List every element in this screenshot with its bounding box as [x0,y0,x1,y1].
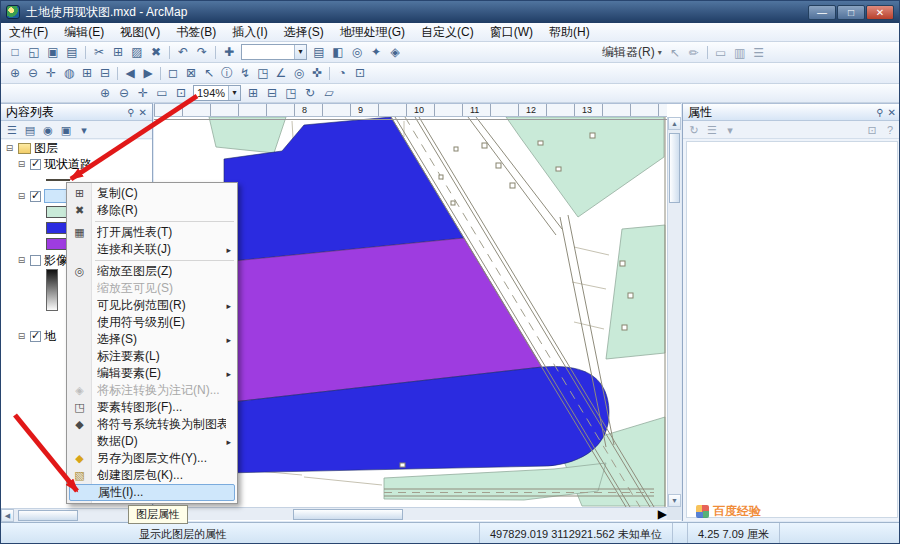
pin-icon[interactable]: ⚲ [876,107,883,118]
rp-help-icon[interactable]: ? [882,122,898,138]
map-scale-combo[interactable]: ▾ [241,44,307,60]
scroll-down-icon[interactable]: ▼ [668,494,681,507]
cut-icon[interactable]: ✂ [90,44,108,60]
collapse-icon[interactable]: ⊟ [16,331,27,341]
zoom-in-icon[interactable]: ⊕ [6,65,24,81]
close-button[interactable]: ✕ [866,5,894,20]
menu-item-use-symbol-levels[interactable]: 使用符号级别(E) ▸ [67,314,237,331]
layout-zoom-in-icon[interactable]: ⊕ [96,85,114,101]
menu-item-open-attribute-table[interactable]: ▦ 打开属性表(T) ▸ [67,224,237,241]
forward-extent-icon[interactable]: ▶ [139,65,157,81]
menu-edit[interactable]: 编辑(E) [56,22,112,43]
undo-icon[interactable]: ↶ [174,44,192,60]
menu-item-zoom-to-layer[interactable]: ◎ 缩放至图层(Z) ▸ [67,263,237,280]
data-frame-row[interactable]: ⊟ 图层 [1,140,152,156]
scroll-right-icon[interactable]: ▶ [658,507,667,521]
menu-item-data[interactable]: 数据(D) ▸ [67,433,237,450]
menu-help[interactable]: 帮助(H) [541,22,598,43]
editor-menu-button[interactable]: 编辑器(R) [599,44,658,61]
collapse-icon[interactable]: ⊟ [16,255,27,265]
save-icon[interactable]: ▣ [44,44,62,60]
scroll-left-icon[interactable]: ◀ [1,509,14,522]
create-features-icon[interactable]: ▭ [712,45,730,61]
layout-fixed-zoom-in-icon[interactable]: ⊞ [244,85,262,101]
menu-item-zoom-to-make-visible[interactable]: 缩放至可见(S) ▸ [67,280,237,297]
html-popup-icon[interactable]: ◳ [254,65,272,81]
sketch-menu-icon[interactable]: ☰ [750,45,768,61]
fixed-zoom-in-icon[interactable]: ⊞ [78,65,96,81]
new-document-icon[interactable]: □ [6,44,24,60]
scrollbar-thumb[interactable] [18,510,78,521]
collapse-icon[interactable]: ⊟ [16,159,27,169]
delete-icon[interactable]: ✖ [147,44,165,60]
search-icon[interactable]: ◎ [348,44,366,60]
menu-view[interactable]: 视图(V) [112,22,168,43]
rp-options-icon[interactable]: ▾ [722,122,738,138]
menu-item-label-features[interactable]: 标注要素(L) ▸ [67,348,237,365]
clear-selection-icon[interactable]: ⊠ [182,65,200,81]
fixed-zoom-out-icon[interactable]: ⊟ [96,65,114,81]
menu-item-convert-labels-to-annotation[interactable]: ◈ 将标注转换为注记(N)... ▸ [67,382,237,399]
list-by-selection-icon[interactable]: ▣ [58,122,74,138]
layer-visibility-checkbox[interactable] [30,159,41,170]
select-features-icon[interactable]: ◻ [164,65,182,81]
table-of-contents-icon[interactable]: ▤ [310,44,328,60]
layer-visibility-checkbox[interactable] [30,331,41,342]
close-icon[interactable]: ✕ [888,107,896,118]
pan-icon[interactable]: ✛ [42,65,60,81]
full-extent-icon[interactable]: ◍ [60,65,78,81]
minimize-button[interactable]: — [808,5,836,20]
layout-focus-data-frame-icon[interactable]: ◳ [282,85,300,101]
scroll-up-icon[interactable]: ▲ [668,117,681,130]
dropdown-arrow-icon[interactable]: ▾ [228,86,240,100]
rp-list-icon[interactable]: ☰ [704,122,720,138]
rp-dock-icon[interactable]: ⊡ [864,122,880,138]
menu-geoprocessing[interactable]: 地理处理(G) [332,22,413,43]
select-elements-icon[interactable]: ↖ [200,65,218,81]
collapse-icon[interactable]: ⊟ [4,143,15,153]
toolbar-separator[interactable] [215,46,216,59]
toolbar-separator[interactable] [329,67,330,80]
menu-item-edit-features[interactable]: 编辑要素(E) ▸ [67,365,237,382]
map-vertical-scrollbar[interactable]: ▲ ▼ [667,117,681,507]
find-icon[interactable]: ◎ [290,65,308,81]
dropdown-arrow-icon[interactable]: ▾ [658,48,666,57]
close-icon[interactable]: ✕ [139,107,147,118]
menu-item-convert-symbology-to-representation[interactable]: ◆ 将符号系统转换为制图表达(B)... ▸ [67,416,237,433]
layout-zoom-combo[interactable]: 194% ▾ [193,85,241,101]
menu-item-copy[interactable]: ⊞ 复制(C) ▸ [67,185,237,202]
dropdown-arrow-icon[interactable]: ▾ [294,45,306,59]
copy-icon[interactable]: ⊞ [109,44,127,60]
rp-refresh-icon[interactable]: ↻ [686,122,702,138]
scrollbar-thumb[interactable] [669,133,680,203]
menu-item-joins-and-relates[interactable]: 连接和关联(J) ▸ [67,241,237,258]
layer-visibility-checkbox[interactable] [30,255,41,266]
list-by-visibility-icon[interactable]: ◉ [40,122,56,138]
menu-windows[interactable]: 窗口(W) [482,22,541,43]
menu-file[interactable]: 文件(F) [1,22,56,43]
menu-item-create-layer-package[interactable]: ▧ 创建图层包(K)... ▸ [67,467,237,484]
collapse-icon[interactable]: ⊟ [16,191,27,201]
pin-icon[interactable]: ⚲ [127,107,134,118]
layout-toggle-draft-icon[interactable]: ▱ [320,85,338,101]
menu-item-features-to-graphics[interactable]: ◳ 要素转图形(F)... ▸ [67,399,237,416]
layout-pan-icon[interactable]: ✛ [134,85,152,101]
viewer-window-icon[interactable]: ⊡ [351,65,369,81]
sketch-tool-icon[interactable]: ✏ [685,45,703,61]
toolbar-separator[interactable] [117,67,118,80]
zoom-out-icon[interactable]: ⊖ [24,65,42,81]
menu-selection[interactable]: 选择(S) [276,22,332,43]
layout-zoom-100-icon[interactable]: ⊡ [172,85,190,101]
list-by-source-icon[interactable]: ▤ [22,122,38,138]
time-slider-icon[interactable]: ◔ [333,65,351,81]
layout-fixed-zoom-out-icon[interactable]: ⊟ [263,85,281,101]
toc-options-icon[interactable]: ▾ [76,122,92,138]
layout-zoom-whole-page-icon[interactable]: ▭ [153,85,171,101]
scrollbar-thumb[interactable] [293,509,403,520]
toolbar-separator[interactable] [707,46,708,59]
model-builder-icon[interactable]: ◈ [386,44,404,60]
menu-item-visible-scale-range[interactable]: 可见比例范围(R) ▸ [67,297,237,314]
paste-icon[interactable]: ▨ [128,44,146,60]
toolbar-separator[interactable] [160,67,161,80]
map-horizontal-scrollbar[interactable]: ◀ ▶ [154,507,667,520]
